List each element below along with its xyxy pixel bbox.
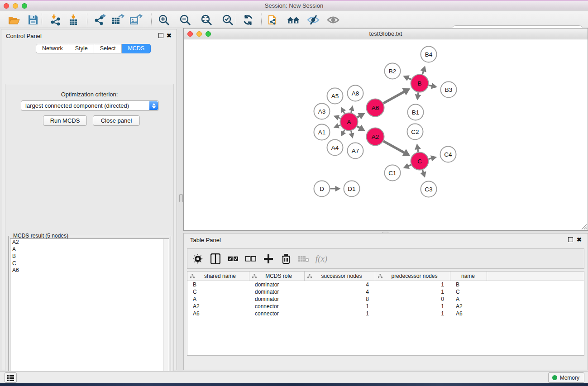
optimization-criterion-label: Optimization criterion: [5,91,173,98]
graph-edge-C-C2[interactable] [418,149,418,152]
zoom-in-icon[interactable] [157,13,171,27]
tab-select[interactable]: Select [94,44,122,53]
graph-edge-C-C1[interactable] [408,165,411,166]
table-cell: C [450,288,487,295]
result-item[interactable]: C [10,260,169,267]
column-header-predecessor-nodes[interactable]: predecessor nodes [375,272,450,281]
result-item[interactable]: A6 [10,267,169,274]
network-close-button[interactable] [187,31,193,37]
show-column-panel-icon[interactable] [210,253,221,265]
export-table-icon[interactable] [111,13,124,27]
export-image-icon[interactable] [129,13,143,27]
table-row[interactable]: Adominator80A [187,295,584,303]
network-window-titlebar[interactable]: testGlobe.txt [184,29,588,39]
svg-text:A6: A6 [372,105,379,111]
graph-edge-A-A2[interactable] [357,126,360,128]
graph-node-D[interactable]: D [314,181,330,197]
graph-edge-arrowhead [415,143,421,150]
tab-style[interactable]: Style [69,44,94,53]
result-item[interactable]: A [10,246,169,253]
table-settings-gear-icon[interactable] [192,253,204,265]
refresh-icon[interactable] [241,13,255,27]
control-panel-close-icon[interactable]: ✖ [167,33,172,38]
memory-button[interactable]: Memory [548,372,584,383]
close-panel-button[interactable]: Close panel [93,115,140,126]
column-header-MCDS-role[interactable]: MCDS role [249,272,305,281]
graph-edge-B-B2[interactable] [408,78,411,79]
unselect-all-columns-icon[interactable] [245,253,257,265]
control-panel-float-icon[interactable] [158,33,163,38]
minimize-window-button[interactable] [13,3,18,9]
zoom-fit-icon[interactable] [200,13,213,27]
node-table: shared nameMCDS rolesuccessor nodesprede… [187,271,584,356]
select-all-columns-icon[interactable] [227,253,239,265]
svg-text:A5: A5 [331,93,339,100]
graph-node-C4[interactable]: C4 [440,147,456,162]
result-scrollbar[interactable] [163,239,169,386]
graph-node-A4[interactable]: A4 [327,140,343,156]
graph-node-B3[interactable]: B3 [441,82,457,98]
column-header-shared-name[interactable]: shared name [187,272,249,281]
graph-node-B4[interactable]: B4 [421,47,437,62]
save-session-icon[interactable] [26,13,40,27]
task-history-list-icon[interactable] [5,372,17,383]
window-resize-grip[interactable] [580,223,587,230]
hide-graphics-details-icon[interactable] [306,13,320,27]
zoom-selected-icon[interactable] [221,13,234,27]
graph-edge-A6-B[interactable] [383,91,405,103]
graph-node-A[interactable]: A [340,113,358,131]
houses-icon[interactable] [287,13,300,27]
graph-edge-C-C4[interactable] [429,158,432,159]
graph-node-A5[interactable]: A5 [327,88,343,104]
open-session-icon[interactable] [7,13,21,27]
column-header-successor-nodes[interactable]: successor nodes [305,272,375,281]
graph-node-C2[interactable]: C2 [407,124,423,140]
vertical-splitter-grip[interactable] [179,194,183,202]
column-header-name[interactable]: name [450,272,487,281]
graph-node-B[interactable]: B [411,75,429,92]
import-network-icon[interactable] [49,13,62,27]
graph-node-D1[interactable]: D1 [344,181,360,197]
network-minimize-button[interactable] [196,31,202,37]
tab-network[interactable]: Network [36,44,69,53]
graph-node-A1[interactable]: A1 [314,124,330,140]
show-graphics-details-icon[interactable] [326,13,340,27]
network-zoom-button[interactable] [206,31,211,37]
table-panel-close-icon[interactable]: ✖ [577,237,582,242]
dropdown-stepper-icon [149,101,158,110]
network-graph[interactable]: B4B2BB3A5A8A6A3B1AA1C2A2A4A7C4CC1C3DD1 [184,39,588,230]
zoom-window-button[interactable] [22,3,27,9]
graph-node-C[interactable]: C [411,152,429,170]
graph-node-C3[interactable]: C3 [421,181,437,197]
run-mcds-button[interactable]: Run MCDS [43,115,87,126]
graph-node-A2[interactable]: A2 [367,128,384,146]
export-network-icon[interactable] [93,13,106,27]
graph-node-B1[interactable]: B1 [408,105,424,120]
graph-node-A6[interactable]: A6 [367,99,384,117]
graph-edge-B-B3[interactable] [429,85,432,86]
criterion-dropdown[interactable]: largest connected component (directed) [21,100,159,111]
table-row[interactable]: Bdominator41B [187,281,584,288]
graph-node-A3[interactable]: A3 [314,104,330,119]
table-row[interactable]: A2connector11A2 [187,303,584,310]
table-cell: A6 [450,310,487,317]
graph-edge-B-B4[interactable] [422,71,423,75]
create-new-column-icon[interactable] [263,253,274,265]
new-network-from-file-icon[interactable] [267,13,280,27]
table-panel-float-icon[interactable] [568,237,573,242]
delete-column-trash-icon[interactable] [280,253,292,265]
table-row[interactable]: Cdominator41C [187,288,584,295]
memory-label: Memory [560,375,579,381]
graph-node-C1[interactable]: C1 [385,165,401,181]
table-row[interactable]: A6connector11A6 [187,310,584,317]
close-window-button[interactable] [4,3,9,9]
graph-node-A8[interactable]: A8 [348,86,363,101]
graph-node-B2[interactable]: B2 [385,63,401,79]
graph-edge-A2-C[interactable] [383,141,405,153]
graph-node-A7[interactable]: A7 [348,143,363,159]
result-item[interactable]: A2 [10,239,169,246]
import-table-icon[interactable] [67,13,80,27]
result-item[interactable]: B [10,253,169,260]
tab-mcds[interactable]: MCDS [122,44,151,53]
zoom-out-icon[interactable] [178,13,192,27]
